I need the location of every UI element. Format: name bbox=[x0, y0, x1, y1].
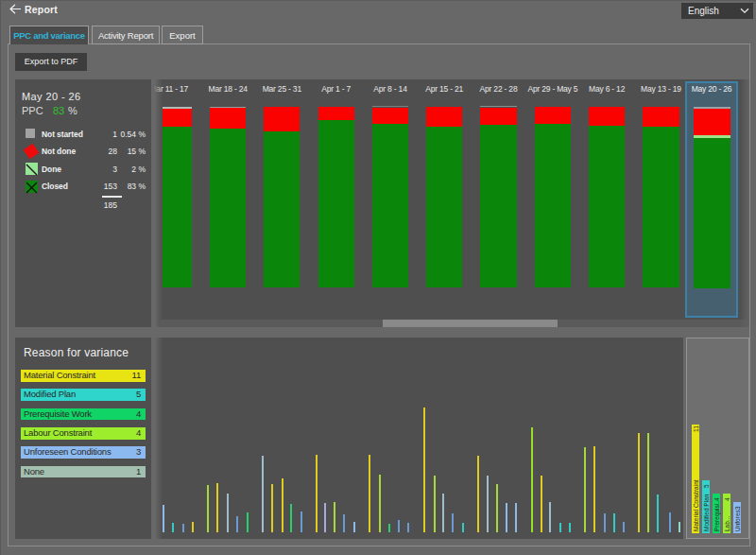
svg-text:Modified Plan: Modified Plan bbox=[702, 494, 709, 531]
svg-text:5: 5 bbox=[702, 484, 709, 488]
svg-text:Material Constraint: Material Constraint bbox=[693, 479, 699, 531]
svg-text:3: 3 bbox=[733, 506, 740, 510]
svg-text:Prerequisi..: Prerequisi.. bbox=[713, 500, 720, 531]
svg-text:4: 4 bbox=[713, 497, 719, 501]
svg-text:11: 11 bbox=[693, 425, 699, 432]
svg-text:Lab...: Lab... bbox=[723, 516, 730, 531]
svg-text:4: 4 bbox=[723, 497, 730, 501]
